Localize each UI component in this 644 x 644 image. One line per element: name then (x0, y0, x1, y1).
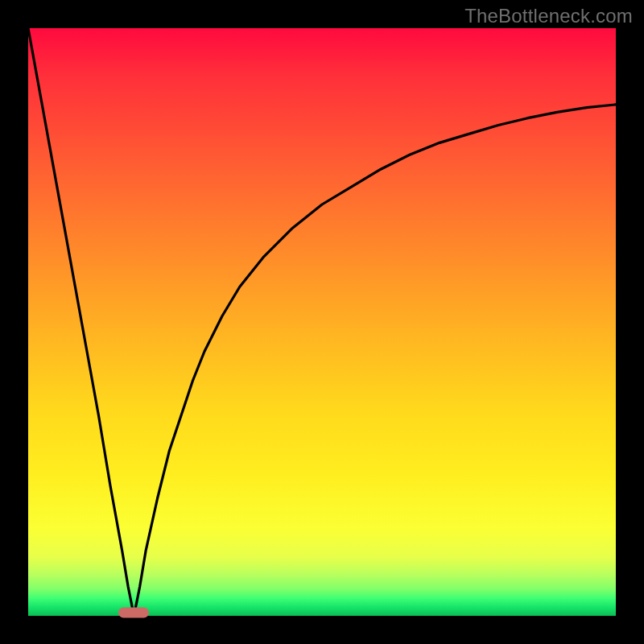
minimum-marker (118, 608, 149, 618)
plot-area (28, 28, 616, 616)
watermark-text: TheBottleneck.com (464, 5, 633, 27)
mismatch-curve (28, 28, 616, 616)
chart-frame: TheBottleneck.com (0, 0, 644, 644)
